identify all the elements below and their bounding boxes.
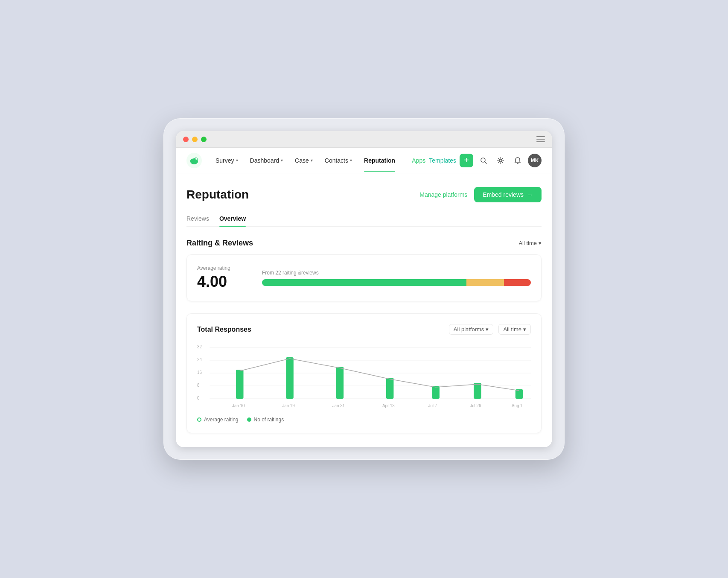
traffic-light-maximize[interactable] <box>201 137 207 142</box>
bar-jan31 <box>336 367 344 399</box>
rating-value: 4.00 <box>197 273 248 291</box>
nav-apps-link[interactable]: Apps <box>412 157 425 164</box>
legend-outline-dot <box>197 417 201 422</box>
chart-title: Total Responses <box>197 326 251 333</box>
dashboard-chevron-icon: ▾ <box>281 158 283 163</box>
chart-legend: Average raiting No of raitings <box>197 417 531 423</box>
manage-platforms-button[interactable]: Manage platforms <box>419 191 467 198</box>
nav-item-survey[interactable]: Survey ▾ <box>210 154 243 167</box>
bar-jul7 <box>432 386 440 399</box>
platform-filter-button[interactable]: All platforms ▾ <box>449 324 494 335</box>
nav-right: Apps Templates + <box>412 154 542 167</box>
nav-plus-button[interactable]: + <box>460 154 473 167</box>
time-filter-chevron-icon: ▾ <box>523 326 526 333</box>
avatar[interactable]: MK <box>528 154 542 167</box>
rating-bar-green <box>262 279 466 286</box>
embed-reviews-button[interactable]: Embed reviews → <box>474 187 542 202</box>
bar-jan10 <box>236 370 244 399</box>
chart-card: Total Responses All platforms ▾ All time… <box>186 313 542 433</box>
svg-text:16: 16 <box>197 370 202 375</box>
bar-jul26 <box>474 383 481 399</box>
chart-svg: 32 24 16 8 0 <box>197 343 531 412</box>
traffic-light-minimize[interactable] <box>192 137 198 142</box>
navbar: Survey ▾ Dashboard ▾ Case ▾ Contacts ▾ <box>176 148 552 173</box>
nav-items: Survey ▾ Dashboard ▾ Case ▾ Contacts ▾ <box>210 154 412 167</box>
browser-content: Survey ▾ Dashboard ▾ Case ▾ Contacts ▾ <box>176 148 552 447</box>
time-filter-button[interactable]: All time ▾ <box>498 324 531 335</box>
settings-icon-button[interactable] <box>494 154 507 167</box>
rating-time-filter[interactable]: All time ▾ <box>518 240 542 246</box>
contacts-chevron-icon: ▾ <box>350 158 352 163</box>
bar-aug1 <box>515 389 523 399</box>
page-title: Reputation <box>186 188 249 201</box>
nav-item-contacts[interactable]: Contacts ▾ <box>320 154 357 167</box>
rating-section-title: Raiting & Reviews <box>186 239 253 248</box>
nav-item-reputation[interactable]: Reputation <box>359 154 400 167</box>
bar-jan19 <box>286 357 294 399</box>
bell-icon-button[interactable] <box>511 154 524 167</box>
survey-chevron-icon: ▾ <box>236 158 238 163</box>
rating-bar <box>262 279 531 286</box>
svg-text:32: 32 <box>197 344 202 349</box>
rating-section-header: Raiting & Reviews All time ▾ <box>186 239 542 248</box>
svg-text:24: 24 <box>197 357 202 362</box>
hamburger-icon[interactable] <box>536 136 545 142</box>
rating-filter-chevron-icon: ▾ <box>539 240 542 246</box>
nav-templates-link[interactable]: Templates <box>429 157 456 164</box>
browser-window: Survey ▾ Dashboard ▾ Case ▾ Contacts ▾ <box>176 131 552 447</box>
tabs: Reviews Overview <box>186 211 542 227</box>
svg-point-6 <box>499 159 502 162</box>
page-header: Reputation Manage platforms Embed review… <box>186 187 542 202</box>
rating-sublabel: From 22 raiting &reviews <box>262 270 531 276</box>
svg-text:Apr 13: Apr 13 <box>382 403 395 408</box>
page-actions: Manage platforms Embed reviews → <box>419 187 542 202</box>
svg-text:Jan 10: Jan 10 <box>232 403 245 408</box>
tab-overview[interactable]: Overview <box>219 211 246 226</box>
rating-card-inner: Average rating 4.00 From 22 raiting &rev… <box>197 265 531 291</box>
svg-text:Jan 31: Jan 31 <box>332 403 345 408</box>
svg-text:Aug 1: Aug 1 <box>512 403 523 408</box>
logo <box>186 153 202 168</box>
svg-text:Jul 7: Jul 7 <box>428 403 437 408</box>
svg-text:8: 8 <box>197 383 200 388</box>
rating-right: From 22 raiting &reviews <box>262 270 531 286</box>
rating-card: Average rating 4.00 From 22 raiting &rev… <box>186 254 542 301</box>
svg-text:Jul 26: Jul 26 <box>470 403 481 408</box>
svg-line-5 <box>485 162 486 163</box>
chart-area: 32 24 16 8 0 <box>197 343 531 412</box>
nav-item-dashboard[interactable]: Dashboard ▾ <box>245 154 288 167</box>
rating-left: Average rating 4.00 <box>197 265 248 291</box>
nav-item-case[interactable]: Case ▾ <box>290 154 318 167</box>
average-rating-label: Average rating <box>197 265 248 271</box>
rating-bar-red <box>504 279 531 286</box>
svg-text:0: 0 <box>197 396 200 400</box>
legend-filled-dot <box>247 417 251 422</box>
search-icon-button[interactable] <box>477 154 490 167</box>
chart-filters: All platforms ▾ All time ▾ <box>449 324 531 335</box>
legend-no-ratings: No of raitings <box>247 417 284 423</box>
rating-bar-yellow <box>466 279 504 286</box>
tab-reviews[interactable]: Reviews <box>186 211 209 226</box>
platform-filter-chevron-icon: ▾ <box>486 326 489 333</box>
chart-header: Total Responses All platforms ▾ All time… <box>197 324 531 335</box>
case-chevron-icon: ▾ <box>311 158 313 163</box>
bar-apr13 <box>386 378 394 399</box>
svg-text:Jan 19: Jan 19 <box>282 403 295 408</box>
main-content: Reputation Manage platforms Embed review… <box>176 173 552 447</box>
device-frame: Survey ▾ Dashboard ▾ Case ▾ Contacts ▾ <box>163 118 565 460</box>
svg-point-3 <box>195 158 197 160</box>
legend-average-rating: Average raiting <box>197 417 239 423</box>
browser-titlebar <box>176 131 552 148</box>
traffic-lights <box>183 137 207 142</box>
arrow-icon: → <box>527 191 533 198</box>
traffic-light-close[interactable] <box>183 137 189 142</box>
